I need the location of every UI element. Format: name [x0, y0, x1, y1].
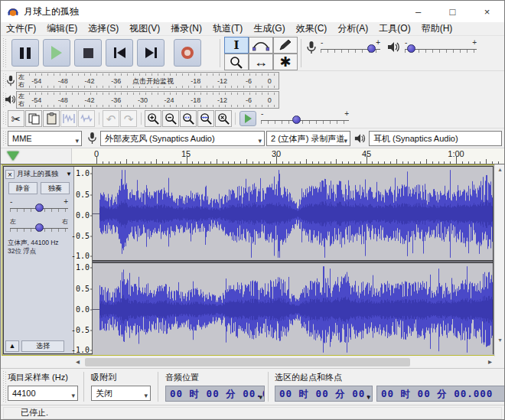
chevron-down-icon: ▼ [367, 390, 370, 402]
zoom-toggle-button[interactable] [215, 110, 232, 127]
pause-button[interactable] [11, 39, 39, 67]
cut-button[interactable]: ✂ [8, 110, 24, 127]
record-button[interactable] [174, 39, 201, 67]
monitor-hint[interactable]: 点击开始监视 [129, 77, 177, 86]
zoom-selection-button[interactable] [180, 110, 197, 127]
zoom-out-button[interactable] [162, 110, 179, 127]
waveform-canvas-right[interactable] [93, 263, 493, 355]
scrollbar-thumb[interactable] [85, 358, 410, 366]
scroll-right-icon[interactable]: ▸ [484, 357, 496, 368]
menu-select[interactable]: 选择(S) [83, 22, 124, 35]
menu-tracks[interactable]: 轨道(T) [207, 22, 248, 35]
skip-to-end-button[interactable] [137, 39, 165, 67]
maximize-button[interactable]: □ [435, 1, 470, 22]
gain-slider[interactable]: - + [10, 199, 68, 214]
recording-meter[interactable]: 左 右 -54 -48 -42 -36 -30 -24 -18 -12 -6 0… [16, 72, 279, 90]
recording-volume-slider[interactable]: - + [321, 40, 380, 55]
track-menu-button[interactable]: ▼ [66, 171, 72, 177]
slider-thumb[interactable] [292, 116, 301, 124]
skip-to-start-button[interactable] [106, 39, 133, 67]
output-device-select[interactable]: 耳机 (Synaptics Audio) [369, 131, 502, 146]
pinned-playhead-icon[interactable] [7, 151, 19, 161]
paste-button[interactable] [43, 110, 60, 127]
host-select[interactable]: MME ▾ [8, 131, 82, 146]
menu-file[interactable]: 文件(F) [1, 22, 41, 35]
play-button[interactable] [43, 39, 70, 67]
menu-transport[interactable]: 播录(N) [165, 22, 207, 35]
slider-min-label: - [321, 38, 323, 47]
timeshift-tool-button[interactable]: ↔ [249, 54, 273, 70]
silence-audio-button[interactable] [78, 110, 95, 127]
playback-meter[interactable]: 左 右 -54 -48 -42 -36 -30 -24 -18 -12 -6 0 [16, 91, 279, 109]
selection-end-display[interactable]: 00 时 00 分 00.000 [376, 386, 505, 402]
pan-slider[interactable]: 左 右 [10, 219, 68, 234]
audacity-window: 月球上的孤独 – □ × 文件(F) 编辑(E) 选择(S) 视图(V) 播录(… [0, 0, 505, 420]
status-text: 已停止. [21, 407, 48, 418]
selection-start-display[interactable]: 00 时 00 分 00.000 秒 ▼ [275, 386, 373, 402]
toolbar-grip[interactable] [3, 38, 6, 68]
minimize-button[interactable]: – [401, 1, 435, 22]
slider-thumb[interactable] [35, 223, 44, 232]
scroll-down-icon[interactable]: ▾ [495, 335, 505, 346]
track-name[interactable]: 月球上的孤独 [17, 169, 64, 179]
speaker-icon [354, 133, 367, 144]
mute-button[interactable]: 静音 [8, 182, 37, 194]
waveform-area[interactable] [93, 167, 493, 353]
menu-tools[interactable]: 工具(O) [373, 22, 415, 35]
selection-tool-button[interactable]: I [224, 37, 249, 54]
copy-button[interactable] [25, 110, 42, 127]
solo-button[interactable]: 独奏 [41, 182, 70, 194]
redo-button[interactable]: ↷ [120, 110, 137, 127]
menu-edit[interactable]: 编辑(E) [41, 22, 83, 35]
menu-help[interactable]: 帮助(H) [416, 22, 458, 35]
input-channels-select[interactable]: 2 (立体声) 录制声道 ▾ [266, 131, 350, 146]
zoom-in-button[interactable] [145, 110, 161, 127]
menu-analyze[interactable]: 分析(A) [332, 22, 373, 35]
horizontal-scrollbar[interactable]: ◂ ▸ [1, 357, 504, 368]
select-track-button[interactable]: 选择 [21, 340, 64, 352]
speaker-icon [387, 41, 401, 53]
vertical-scale-ruler[interactable]: 1.0 0.5 0.0 -0.5 -1.0 1.0 0.5 0.0 -0.5 -… [74, 167, 93, 353]
edit-toolbar: ✂ ↶ ↷ [1, 109, 504, 129]
track-close-button[interactable]: × [5, 170, 15, 179]
zoom-fit-button[interactable] [197, 110, 214, 127]
meter-left-label: 左 [18, 73, 24, 81]
menu-view[interactable]: 视图(V) [124, 22, 165, 35]
input-device-select[interactable]: 外部麦克风 (Synaptics Audio) ▾ [100, 131, 265, 146]
slider-max-label: + [344, 109, 349, 118]
play-at-speed-button[interactable] [239, 111, 256, 126]
toolbar-grip[interactable] [3, 371, 6, 402]
title-bar: 月球上的孤独 – □ × [1, 1, 504, 22]
snap-to-select[interactable]: 关闭 ▾ [91, 386, 151, 401]
menu-generate[interactable]: 生成(G) [248, 22, 290, 35]
slider-thumb[interactable] [35, 203, 44, 212]
slider-thumb[interactable] [367, 44, 376, 53]
toolbar-grip[interactable] [3, 112, 6, 125]
menu-effect[interactable]: 效果(C) [291, 22, 333, 35]
pan-right-label: 右 [62, 217, 68, 226]
close-button[interactable]: × [470, 1, 504, 22]
play-speed-slider[interactable]: - + [261, 111, 349, 126]
speaker-icon [5, 94, 17, 105]
zoom-tool-button[interactable] [224, 54, 249, 70]
scroll-left-icon[interactable]: ◂ [72, 357, 83, 368]
undo-button[interactable]: ↶ [103, 110, 119, 127]
draw-tool-button[interactable] [273, 37, 298, 54]
toolbar-grip[interactable] [3, 131, 6, 145]
envelope-tool-button[interactable] [249, 37, 273, 54]
collapse-track-button[interactable]: ▲ [5, 340, 19, 352]
audio-position-display[interactable]: 00 时 00 分 00.000 秒 ▼ [165, 386, 265, 402]
trim-audio-button[interactable] [60, 110, 77, 127]
vertical-scrollbar[interactable]: ▴ ▾ [494, 164, 504, 357]
slider-max-label: + [376, 38, 380, 47]
slider-min-label: - [261, 109, 263, 118]
stop-button[interactable] [74, 39, 102, 67]
timeline-ruler[interactable]: 0 15 30 45 1:00 [72, 148, 504, 164]
multi-tool-button[interactable]: ✱ [273, 54, 298, 70]
playback-volume-slider[interactable]: - + [405, 40, 477, 55]
skip-start-icon [114, 47, 125, 58]
project-rate-select[interactable]: 44100 ▾ [8, 386, 78, 401]
waveform-canvas-left[interactable] [93, 167, 493, 260]
mic-icon [6, 74, 15, 87]
scroll-up-icon[interactable]: ▴ [495, 164, 505, 175]
